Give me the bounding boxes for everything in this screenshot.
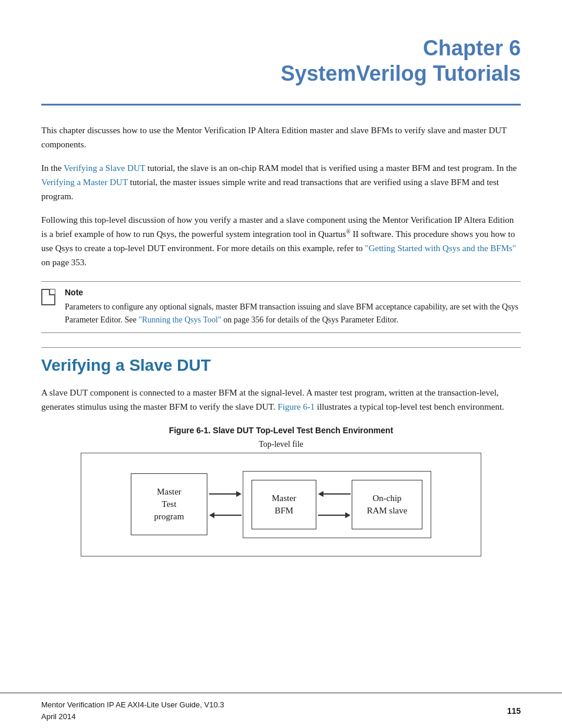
link-getting-started[interactable]: "Getting Started with Qsys and the BFMs" <box>365 243 516 253</box>
note-box: Note Parameters to configure any optiona… <box>41 281 521 332</box>
arrow-left-bottom <box>209 510 242 521</box>
footer-left: Mentor Verification IP AE AXI4-Lite User… <box>41 699 224 722</box>
footer-line1: Mentor Verification IP AE AXI4-Lite User… <box>41 699 224 711</box>
intro-para2: In the Verifying a Slave DUT tutorial, t… <box>41 161 521 203</box>
intro-para1: This chapter discusses how to use the Me… <box>41 123 521 151</box>
intro-para3: Following this top-level discussion of h… <box>41 213 521 269</box>
svg-marker-3 <box>209 512 214 518</box>
footer: Mentor Verification IP AE AXI4-Lite User… <box>0 693 562 728</box>
note-text: Parameters to configure any optional sig… <box>65 301 521 326</box>
figure-label: Top-level file <box>41 440 521 449</box>
note-icon <box>41 288 65 326</box>
footer-page-number: 115 <box>507 706 521 716</box>
link-verifying-slave[interactable]: Verifying a Slave DUT <box>64 163 145 173</box>
svg-marker-7 <box>345 512 351 518</box>
note-title: Note <box>65 288 521 297</box>
link-running-qsys[interactable]: "Running the Qsys Tool" <box>138 315 221 324</box>
svg-marker-1 <box>236 491 242 497</box>
figure-container: Figure 6-1. Slave DUT Top-Level Test Ben… <box>41 426 521 556</box>
arrow-right-bottom-inner <box>318 510 351 521</box>
chapter-header: Chapter 6 SystemVerilog Tutorials <box>0 0 562 98</box>
section-divider <box>41 347 521 348</box>
arrow-left-top-inner <box>318 489 351 499</box>
diagram-inner: Master Test program <box>93 471 469 538</box>
link-figure-6-1[interactable]: Figure 6-1 <box>277 402 315 411</box>
page: Chapter 6 SystemVerilog Tutorials This c… <box>0 0 562 728</box>
diagram: Master Test program <box>81 453 481 556</box>
arrows-between-left <box>207 489 243 521</box>
footer-line2: April 2014 <box>41 711 224 723</box>
link-verifying-master[interactable]: Verifying a Master DUT <box>41 177 128 187</box>
chapter-subtitle: SystemVerilog Tutorials <box>41 61 521 86</box>
section-para1: A slave DUT component is connected to a … <box>41 386 521 414</box>
svg-marker-5 <box>318 491 323 497</box>
bfm-ram-section: Master BFM <box>243 471 431 538</box>
document-icon <box>41 289 55 305</box>
box-master-test-program: Master Test program <box>131 473 207 535</box>
note-content: Note Parameters to configure any optiona… <box>65 288 521 326</box>
main-content: This chapter discusses how to use the Me… <box>0 106 562 574</box>
box-master-bfm: Master BFM <box>252 480 316 529</box>
figure-caption: Figure 6-1. Slave DUT Top-Level Test Ben… <box>41 426 521 435</box>
arrow-right-top <box>209 489 242 499</box>
section-title: Verifying a Slave DUT <box>41 356 521 375</box>
chapter-title: Chapter 6 <box>41 35 521 61</box>
arrows-between-right <box>316 489 352 521</box>
box-ram-slave: On-chip RAM slave <box>352 480 422 529</box>
